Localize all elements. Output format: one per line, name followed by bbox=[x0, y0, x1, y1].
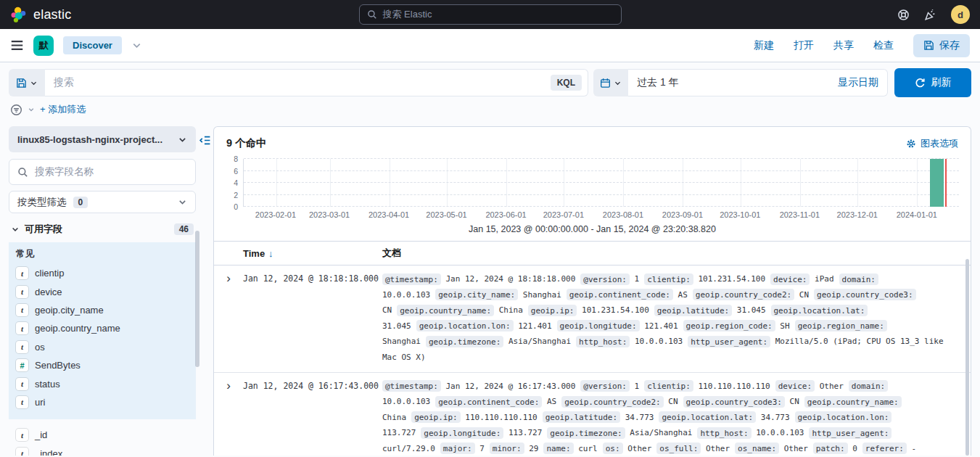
doc-field-key: geoip.country_code3: bbox=[683, 396, 785, 408]
popular-group-label: 常见 bbox=[16, 248, 189, 260]
calendar-icon bbox=[600, 78, 611, 88]
global-search-placeholder: 搜索 Elastic bbox=[383, 8, 432, 21]
doc-field-pair: @timestamp: Jan 12, 2024 @ 18:18:18.000 bbox=[382, 274, 575, 284]
doc-field-pair: geoip.location.lat: 34.773 bbox=[659, 413, 789, 422]
time-range-control[interactable]: 过去 1 年 显示日期 bbox=[628, 69, 888, 96]
doc-field-pair: geoip.timezone: Asia/Shanghai bbox=[426, 337, 571, 346]
histogram-chart[interactable]: 02468 2023-02-012023-03-012023-04-012023… bbox=[226, 159, 959, 234]
time-column-header[interactable]: Time ↓ bbox=[243, 247, 382, 260]
x-gridline bbox=[506, 159, 507, 207]
field-item-uri[interactable]: turi bbox=[16, 393, 189, 411]
doc-field-key: clientip: bbox=[644, 273, 693, 285]
x-gridline bbox=[857, 159, 858, 207]
doc-field-pair: clientip: 110.110.110.110 bbox=[644, 382, 770, 391]
news-icon[interactable] bbox=[924, 9, 936, 21]
x-gridline bbox=[683, 159, 683, 207]
field-search-input[interactable]: 搜索字段名称 bbox=[9, 159, 196, 185]
y-axis-labels: 02468 bbox=[226, 159, 243, 207]
global-header: elastic 搜索 Elastic d bbox=[0, 0, 980, 29]
time-range-value[interactable]: 过去 1 年 bbox=[637, 76, 679, 89]
kql-toggle[interactable]: KQL bbox=[551, 75, 582, 91]
doc-field-key: geoip.country_code2: bbox=[693, 289, 794, 300]
collapse-sidebar-icon[interactable] bbox=[199, 134, 211, 147]
sidebar-scrollbar[interactable] bbox=[195, 231, 199, 367]
open-button[interactable]: 打开 bbox=[794, 39, 814, 52]
doc-field-key: geoip.location.lat: bbox=[659, 411, 756, 423]
doc-field-pair: @version: 1 bbox=[580, 382, 639, 391]
saved-query-menu-button[interactable] bbox=[9, 69, 45, 96]
field-name: geoip.country_name bbox=[35, 323, 120, 334]
search-icon bbox=[17, 167, 28, 178]
chevron-down-icon[interactable] bbox=[28, 106, 35, 113]
histogram-bar[interactable] bbox=[930, 159, 944, 207]
chevron-down-icon[interactable] bbox=[131, 40, 142, 51]
field-item-device[interactable]: tdevice bbox=[16, 282, 189, 300]
field-item-SendBytes[interactable]: #SendBytes bbox=[16, 356, 189, 374]
table-scrollbar[interactable] bbox=[965, 259, 969, 456]
field-item-_index[interactable]: t_index bbox=[16, 445, 189, 456]
field-item-clientip[interactable]: tclientip bbox=[16, 264, 189, 282]
text-field-icon: t bbox=[16, 341, 28, 353]
inspect-button[interactable]: 检查 bbox=[873, 39, 894, 52]
chart-options-button[interactable]: 图表选项 bbox=[906, 137, 958, 150]
doc-field-key: device: bbox=[770, 273, 810, 285]
text-field-icon: t bbox=[16, 322, 28, 334]
filter-by-type-button[interactable]: 按类型筛选 0 bbox=[9, 191, 196, 213]
field-item-status[interactable]: tstatus bbox=[16, 374, 189, 392]
x-tick-label: 2023-08-01 bbox=[603, 210, 643, 219]
doc-field-key: @timestamp: bbox=[382, 273, 441, 285]
query-placeholder: 搜索 bbox=[54, 76, 74, 89]
available-fields-accordion[interactable]: 可用字段 46 bbox=[9, 223, 196, 236]
x-tick-label: 2024-01-01 bbox=[897, 210, 937, 219]
add-filter-button[interactable]: + 添加筛选 bbox=[40, 103, 86, 116]
doc-field-key: device: bbox=[775, 380, 815, 392]
doc-field-key: geoip.country_code2: bbox=[561, 396, 663, 408]
share-button[interactable]: 共享 bbox=[833, 39, 854, 52]
field-item-geoip.country_name[interactable]: tgeoip.country_name bbox=[16, 319, 189, 337]
doc-field-pair: http_host: 10.0.0.103 bbox=[576, 337, 683, 346]
field-name: device bbox=[35, 287, 62, 297]
chevron-right-icon: › bbox=[226, 379, 231, 392]
doc-field-pair: geoip.latitude: 34.773 bbox=[543, 413, 654, 422]
show-dates-button[interactable]: 显示日期 bbox=[838, 76, 878, 89]
breadcrumb[interactable]: Discover bbox=[63, 36, 122, 54]
save-button[interactable]: 保存 bbox=[913, 34, 970, 57]
space-badge[interactable]: 默 bbox=[33, 36, 54, 56]
menu-icon[interactable] bbox=[10, 38, 24, 52]
field-item-_id[interactable]: t_id bbox=[16, 426, 189, 444]
field-item-geoip.city_name[interactable]: tgeoip.city_name bbox=[16, 301, 189, 319]
query-input[interactable]: 搜索 KQL bbox=[45, 69, 588, 96]
doc-field-key: geoip.country_name: bbox=[804, 396, 902, 408]
user-avatar[interactable]: d bbox=[951, 5, 970, 24]
x-tick-label: 2023-02-01 bbox=[255, 210, 296, 219]
filter-settings-icon[interactable] bbox=[10, 104, 22, 116]
field-name: status bbox=[35, 379, 60, 390]
refresh-button[interactable]: 刷新 bbox=[894, 68, 971, 97]
row-document: @timestamp: Jan 12, 2024 @ 18:18:18.000@… bbox=[382, 271, 957, 366]
time-picker-quick-menu[interactable] bbox=[593, 69, 628, 96]
global-search-input[interactable]: 搜索 Elastic bbox=[359, 4, 622, 25]
expand-row-button[interactable]: › bbox=[214, 379, 243, 456]
popular-fields-section: 常见 tclientiptdevicetgeoip.city_nametgeoi… bbox=[9, 242, 196, 419]
floppy-icon bbox=[16, 78, 27, 88]
doc-field-key: geoip.longitude: bbox=[421, 427, 503, 439]
doc-field-pair: geoip.ip: 101.231.54.100 bbox=[528, 305, 649, 315]
chart-plot-area[interactable] bbox=[243, 159, 959, 207]
x-tick-label: 2023-05-01 bbox=[426, 210, 466, 219]
field-item-os[interactable]: tos bbox=[16, 338, 189, 356]
x-axis-labels: 2023-02-012023-03-012023-04-012023-05-01… bbox=[243, 207, 959, 221]
elastic-brand[interactable]: elastic bbox=[10, 7, 71, 23]
doc-field-key: http_user_agent: bbox=[688, 336, 770, 347]
doc-field-pair: device: Other bbox=[775, 382, 844, 391]
new-button[interactable]: 新建 bbox=[754, 39, 774, 52]
help-icon[interactable] bbox=[897, 9, 910, 21]
doc-field-key: os_full: bbox=[656, 442, 701, 454]
doc-field-pair: geoip.latitude: 31.045 bbox=[654, 305, 766, 315]
x-tick-label: 2023-11-01 bbox=[780, 210, 820, 219]
chevron-down-icon bbox=[178, 197, 187, 207]
expand-row-button[interactable]: › bbox=[214, 271, 243, 366]
x-gridline bbox=[447, 159, 448, 207]
field-name: uri bbox=[35, 397, 45, 408]
index-pattern-selector[interactable]: linux85-logstash-nginx-project... bbox=[9, 126, 196, 152]
sort-desc-icon[interactable]: ↓ bbox=[268, 248, 273, 259]
